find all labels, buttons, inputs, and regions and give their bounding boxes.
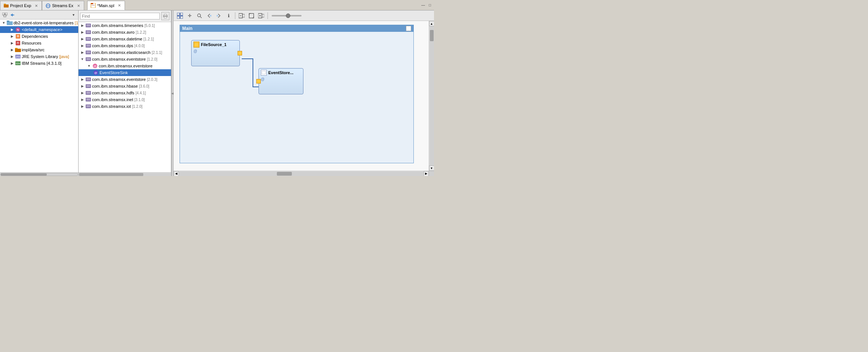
filesource1-output-port[interactable]	[238, 51, 242, 55]
tree-default-namespace[interactable]: ▶ N <default_namespace>	[0, 26, 78, 33]
zoom-out-icon[interactable]	[238, 12, 246, 20]
project-scrollbar[interactable]	[0, 172, 78, 176]
svg-marker-87	[194, 43, 199, 46]
back-icon[interactable]	[205, 12, 213, 20]
root-label: db2-event-store-iot-temperatures [1.0.0.…	[13, 21, 78, 25]
namespace-icon-eventstore: @	[92, 63, 98, 69]
svg-rect-69	[180, 16, 183, 19]
tab-main-spl-close[interactable]: ✕	[117, 3, 122, 8]
zoom-in-icon[interactable]	[257, 12, 265, 20]
resources-icon: R	[15, 40, 21, 46]
hdfs-label: com.ibm.streamsx.hdfs [4.4.1]	[92, 91, 146, 95]
svg-rect-32	[86, 30, 91, 34]
svg-rect-11	[4, 15, 6, 17]
scroll-down-btn[interactable]: ▼	[429, 166, 434, 171]
svg-rect-68	[177, 16, 180, 19]
project-explorer-toolbar: ▾	[0, 10, 78, 19]
canvas-toolbar: ✛ ℹ	[174, 10, 434, 21]
canvas-vscrollbar[interactable]: ▲ ▼	[429, 21, 434, 171]
namespace-icon: N	[15, 27, 21, 32]
collapse-all-btn[interactable]	[1, 12, 8, 18]
project-explorer-panel: ▾ ▼ db2-event-store-iot-temperatures [1.…	[0, 10, 79, 176]
scroll-right-btn[interactable]: ▶	[424, 171, 429, 176]
streams-item-eventstore-203[interactable]: ▶ com.ibm.streamsx.eventstore [2.0.3]	[79, 76, 171, 83]
tree-jre[interactable]: ▶ JRE JRE System Library [java]	[0, 53, 78, 60]
vscroll-track[interactable]	[430, 26, 434, 166]
tab-controls: — □	[420, 0, 434, 10]
minimize-btn[interactable]: —	[420, 2, 427, 8]
svg-rect-72	[210, 15, 211, 16]
streams-item-eventstore-ns[interactable]: ▼ @ com.ibm.streamsx.eventstore	[79, 63, 171, 69]
folder-icon	[3, 3, 9, 8]
svg-rect-51	[86, 78, 91, 81]
tab-streams-explorer[interactable]: Streams Ex ✕	[42, 1, 84, 10]
streams-item-timeseries[interactable]: ▶ com.ibm.streams.timeseries [5.0.1]	[79, 22, 171, 29]
info-icon[interactable]: ℹ	[224, 12, 233, 20]
spl-icon	[91, 3, 96, 8]
streams-item-hdfs[interactable]: ▶ com.ibm.streamsx.hdfs [4.4.1]	[79, 89, 171, 96]
canvas-area[interactable]: Main —	[174, 21, 434, 176]
eventstore1-node[interactable]: EventStore... @	[259, 68, 303, 94]
layout-icon[interactable]	[176, 12, 184, 20]
move-icon[interactable]: ✛	[186, 12, 194, 20]
tab-project-explorer[interactable]: Project Exp ✕	[0, 1, 42, 10]
zoom-slider[interactable]	[272, 15, 302, 16]
hscroll-track[interactable]	[179, 172, 424, 176]
streams-item-hbase[interactable]: ▶ com.ibm.streamsx.hbase [3.6.0]	[79, 83, 171, 89]
streams-item-iot[interactable]: ▶ com.ibm.streamsx.iot [1.2.0]	[79, 103, 171, 110]
tree-impl-java[interactable]: ▶ impl/java/src	[0, 46, 78, 53]
tab-streams-explorer-close[interactable]: ✕	[76, 3, 81, 8]
filesource1-node[interactable]: FileSource_1 @	[191, 40, 240, 66]
streams-scrollbar[interactable]	[79, 172, 171, 176]
svg-rect-6	[91, 3, 93, 4]
vscroll-thumb[interactable]	[430, 30, 434, 41]
canvas-hscrollbar[interactable]: ◀ ▶	[174, 171, 429, 176]
fit-page-icon[interactable]	[247, 12, 256, 20]
eventstore1-input-port[interactable]	[256, 79, 261, 84]
scroll-up-btn[interactable]: ▲	[429, 21, 434, 26]
eventstore120-label: com.ibm.streamsx.eventstore [1.2.0]	[92, 57, 158, 61]
clear-search-btn[interactable]	[161, 12, 169, 20]
forward-icon[interactable]	[215, 12, 223, 20]
tab-bar: Project Exp ✕ Streams Ex ✕ *Main.spl ✕	[0, 0, 434, 10]
view-menu-btn[interactable]: ▾	[70, 12, 77, 18]
streams-item-eventstore-120[interactable]: ▼ com.ibm.streamsx.eventstore [1.2.0]	[79, 56, 171, 63]
zoom-search-icon[interactable]	[195, 12, 204, 20]
toolkit-icon-iot	[85, 104, 91, 109]
streams-item-eventstoresink[interactable]: @ EventStoreSink	[79, 69, 171, 76]
svg-rect-41	[86, 51, 91, 54]
streams-item-datetime[interactable]: ▶ com.ibm.streamsx.datetime [1.2.1]	[79, 36, 171, 42]
tree-resources[interactable]: ▶ R Resources	[0, 40, 78, 46]
search-input[interactable]	[80, 13, 160, 19]
svg-rect-77	[249, 13, 254, 18]
toolkit-icon-inet	[85, 97, 91, 102]
streams-item-dps[interactable]: ▶ com.ibm.streamsx.dps [4.0.0]	[79, 42, 171, 49]
svg-rect-35	[86, 37, 91, 41]
toolkit-icon-eventstore203	[85, 77, 91, 82]
elasticsearch-arrow: ▶	[80, 51, 85, 54]
datetime-label: com.ibm.streamsx.datetime [1.2.1]	[92, 37, 154, 41]
minimize-diagram-btn[interactable]: —	[406, 26, 411, 31]
zoom-thumb[interactable]	[286, 13, 290, 18]
link-with-editor-btn[interactable]	[9, 12, 16, 18]
hdfs-arrow: ▶	[80, 91, 85, 95]
svg-rect-12	[7, 21, 13, 25]
streams-item-avro[interactable]: ▶ com.ibm.streamsx.avro [1.2.2]	[79, 29, 171, 36]
maximize-btn[interactable]: □	[427, 2, 433, 8]
tab-main-spl[interactable]: *Main.spl ✕	[87, 1, 125, 10]
tree-ibm-streams[interactable]: ▶ IBM IBM Streams [4.3.1.0]	[0, 60, 78, 67]
svg-rect-0	[4, 4, 9, 7]
streams-explorer-panel: ▶ com.ibm.streams.timeseries [5.0.1] ▶ c…	[79, 10, 171, 176]
streams-item-elasticsearch[interactable]: ▶ com.ibm.streamsx.elasticsearch [2.1.1]	[79, 49, 171, 56]
jre-arrow: ▶	[10, 55, 14, 58]
impl-label: impl/java/src	[22, 48, 77, 52]
streams-item-inet[interactable]: ▶ com.ibm.streamsx.inet [3.1.0]	[79, 96, 171, 103]
timeseries-arrow: ▶	[80, 24, 85, 27]
hscroll-thumb[interactable]	[277, 172, 292, 176]
tree-root[interactable]: ▼ db2-event-store-iot-temperatures [1.0.…	[0, 19, 78, 26]
tree-dependencies[interactable]: ▶ Dependencies	[0, 33, 78, 40]
scroll-left-btn[interactable]: ◀	[174, 171, 179, 176]
timeseries-label: com.ibm.streams.timeseries [5.0.1]	[92, 23, 155, 28]
svg-line-71	[200, 16, 202, 18]
tab-project-explorer-close[interactable]: ✕	[34, 3, 39, 8]
